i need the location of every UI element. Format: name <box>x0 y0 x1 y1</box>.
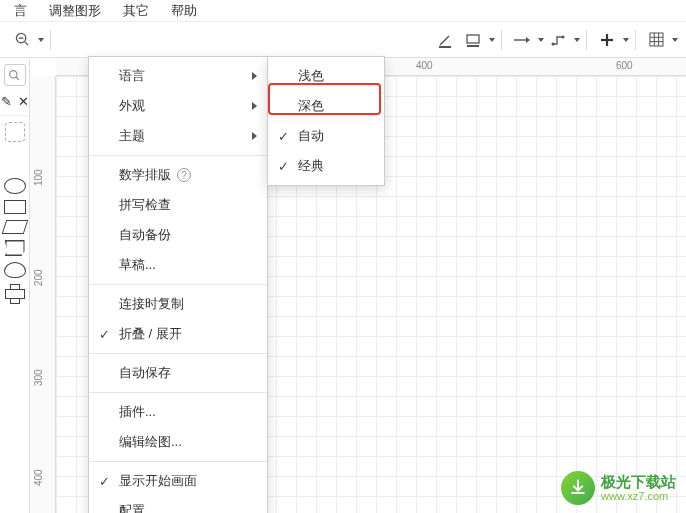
line-color-icon[interactable] <box>431 26 459 54</box>
ruler-tick: 200 <box>33 269 44 286</box>
submenu-item-label: 浅色 <box>298 67 324 85</box>
menu-item[interactable]: ✓折叠 / 展开 <box>89 319 267 349</box>
check-icon: ✓ <box>278 159 289 174</box>
shape-cross[interactable] <box>5 284 25 304</box>
check-icon: ✓ <box>99 474 110 489</box>
menu-item-label: 显示开始画面 <box>119 472 197 490</box>
submenu-arrow-icon <box>252 72 257 80</box>
svg-line-17 <box>16 77 19 80</box>
svg-rect-5 <box>467 45 479 47</box>
menu-item-2[interactable]: 其它 <box>113 0 159 22</box>
ruler-tick: 400 <box>33 469 44 486</box>
menu-item-3[interactable]: 帮助 <box>161 0 207 22</box>
shape-document[interactable] <box>5 240 25 256</box>
toolbar <box>0 22 686 58</box>
menu-item-label: 自动备份 <box>119 226 171 244</box>
menu-item-label: 拼写检查 <box>119 196 171 214</box>
menu-item[interactable]: 外观 <box>89 91 267 121</box>
menu-divider <box>89 353 267 354</box>
left-toolbar: ✎ ✕ <box>0 58 30 513</box>
svg-point-8 <box>562 35 565 38</box>
menu-item-0[interactable]: 言 <box>4 0 37 22</box>
submenu-item-label: 深色 <box>298 97 324 115</box>
svg-line-1 <box>24 42 27 45</box>
fill-caret-icon[interactable] <box>489 38 495 42</box>
submenu-item-label: 经典 <box>298 157 324 175</box>
svg-rect-4 <box>467 35 479 43</box>
shape-ellipse[interactable] <box>4 178 26 194</box>
edit-tools: ✎ ✕ <box>0 92 29 116</box>
waypoint-caret-icon[interactable] <box>574 38 580 42</box>
watermark-logo-icon <box>561 471 595 505</box>
ruler-tick: 600 <box>616 60 633 71</box>
arrow-style-icon[interactable] <box>508 26 536 54</box>
menu-item[interactable]: 草稿... <box>89 250 267 280</box>
menu-item-label: 编辑绘图... <box>119 433 182 451</box>
menu-divider <box>89 284 267 285</box>
submenu-item[interactable]: ✓自动 <box>268 121 384 151</box>
fill-color-icon[interactable] <box>459 26 487 54</box>
waypoint-icon[interactable] <box>544 26 572 54</box>
menubar: 言 调整图形 其它 帮助 <box>0 0 686 22</box>
menu-item-label: 配置... <box>119 502 156 513</box>
submenu-arrow-icon <box>252 102 257 110</box>
ruler-vertical: 100 200 300 400 <box>30 76 56 513</box>
menu-item-label: 外观 <box>119 97 145 115</box>
watermark-text: 极光下载站 www.xz7.com <box>601 474 676 503</box>
menu-item[interactable]: 数学排版? <box>89 160 267 190</box>
separator <box>586 30 587 50</box>
svg-rect-11 <box>650 33 663 46</box>
menu-item-1[interactable]: 调整图形 <box>39 0 111 22</box>
ruler-tick: 300 <box>33 369 44 386</box>
check-icon: ✓ <box>278 129 289 144</box>
menu-item-label: 连接时复制 <box>119 295 184 313</box>
shape-cloud[interactable] <box>4 262 26 278</box>
menu-item: 自动保存 <box>89 358 267 388</box>
menu-item[interactable]: 拼写检查 <box>89 190 267 220</box>
ruler-tick: 100 <box>33 169 44 186</box>
zoom-caret-icon[interactable] <box>38 38 44 42</box>
menu-divider <box>89 392 267 393</box>
add-icon[interactable] <box>593 26 621 54</box>
submenu-item[interactable]: 深色 <box>268 91 384 121</box>
shape-rounded-dashed[interactable] <box>5 122 25 142</box>
separator <box>501 30 502 50</box>
close-icon[interactable]: ✕ <box>18 94 29 109</box>
zoom-out-icon[interactable] <box>8 26 36 54</box>
menu-item-label: 自动保存 <box>119 364 171 382</box>
menu-item-label: 草稿... <box>119 256 156 274</box>
menu-item[interactable]: 语言 <box>89 61 267 91</box>
menu-item[interactable]: 自动备份 <box>89 220 267 250</box>
watermark-title: 极光下载站 <box>601 474 676 491</box>
pencil-icon[interactable]: ✎ <box>1 94 12 109</box>
menu-item-label: 折叠 / 展开 <box>119 325 182 343</box>
shape-rectangle[interactable] <box>4 200 26 214</box>
svg-rect-3 <box>439 46 451 48</box>
submenu-item[interactable]: ✓经典 <box>268 151 384 181</box>
menu-item[interactable]: 连接时复制 <box>89 289 267 319</box>
menu-item-label: 数学排版 <box>119 166 171 184</box>
shape-parallelogram[interactable] <box>1 220 28 234</box>
menu-item[interactable]: 编辑绘图... <box>89 427 267 457</box>
menu-divider <box>89 461 267 462</box>
separator <box>50 30 51 50</box>
svg-point-16 <box>10 70 17 77</box>
watermark: 极光下载站 www.xz7.com <box>561 471 676 505</box>
menu-item-label: 主题 <box>119 127 145 145</box>
table-caret-icon[interactable] <box>672 38 678 42</box>
menu-item[interactable]: 主题 <box>89 121 267 151</box>
menu-item-label: 语言 <box>119 67 145 85</box>
submenu-arrow-icon <box>252 132 257 140</box>
menu-item[interactable]: ✓显示开始画面 <box>89 466 267 496</box>
search-button[interactable] <box>4 64 26 86</box>
watermark-url: www.xz7.com <box>601 490 676 502</box>
add-caret-icon[interactable] <box>623 38 629 42</box>
ruler-tick: 400 <box>416 60 433 71</box>
theme-submenu: 浅色深色✓自动✓经典 <box>267 56 385 186</box>
menu-item[interactable]: 插件... <box>89 397 267 427</box>
submenu-item[interactable]: 浅色 <box>268 61 384 91</box>
extras-menu: 语言外观主题数学排版?拼写检查自动备份草稿...连接时复制✓折叠 / 展开自动保… <box>88 56 268 513</box>
table-icon[interactable] <box>642 26 670 54</box>
separator <box>635 30 636 50</box>
menu-item[interactable]: 配置... <box>89 496 267 513</box>
